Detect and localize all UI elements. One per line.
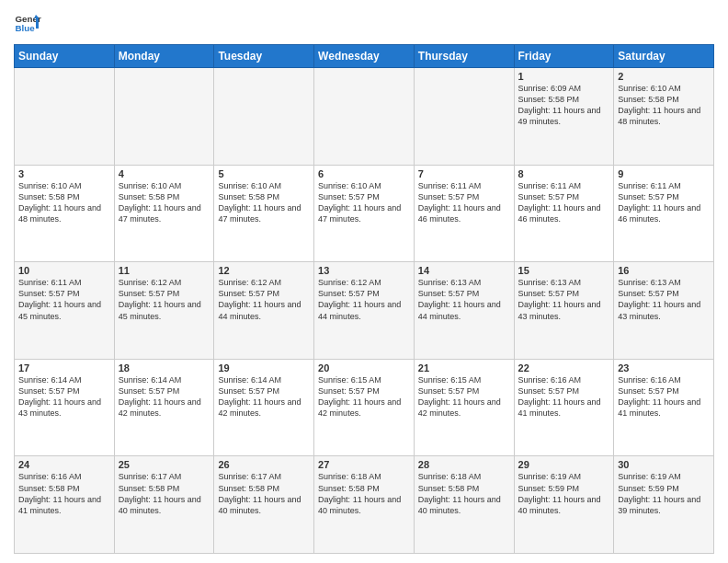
calendar-cell: 5Sunrise: 6:10 AM Sunset: 5:58 PM Daylig… <box>214 165 314 262</box>
calendar-cell <box>314 68 415 166</box>
day-info: Sunrise: 6:11 AM Sunset: 5:57 PM Dayligh… <box>518 180 610 225</box>
day-number: 21 <box>418 362 510 373</box>
calendar-cell: 28Sunrise: 6:18 AM Sunset: 5:58 PM Dayli… <box>414 456 514 554</box>
day-info: Sunrise: 6:19 AM Sunset: 5:59 PM Dayligh… <box>518 471 610 516</box>
calendar-cell: 27Sunrise: 6:18 AM Sunset: 5:58 PM Dayli… <box>314 456 415 554</box>
day-number: 18 <box>119 362 210 373</box>
calendar-cell: 21Sunrise: 6:15 AM Sunset: 5:57 PM Dayli… <box>414 359 514 456</box>
day-info: Sunrise: 6:13 AM Sunset: 5:57 PM Dayligh… <box>618 277 710 322</box>
calendar-cell: 6Sunrise: 6:10 AM Sunset: 5:57 PM Daylig… <box>314 165 415 262</box>
day-info: Sunrise: 6:18 AM Sunset: 5:58 PM Dayligh… <box>418 471 510 516</box>
day-info: Sunrise: 6:18 AM Sunset: 5:58 PM Dayligh… <box>318 471 410 516</box>
calendar-cell <box>214 68 314 166</box>
day-number: 3 <box>18 168 110 179</box>
calendar-cell: 15Sunrise: 6:13 AM Sunset: 5:57 PM Dayli… <box>514 262 614 360</box>
day-number: 23 <box>618 362 710 373</box>
day-number: 12 <box>218 265 310 276</box>
day-info: Sunrise: 6:10 AM Sunset: 5:57 PM Dayligh… <box>318 180 410 225</box>
day-number: 26 <box>218 459 310 470</box>
col-header-tuesday: Tuesday <box>214 45 314 68</box>
day-info: Sunrise: 6:14 AM Sunset: 5:57 PM Dayligh… <box>18 374 110 419</box>
logo: General Blue <box>14 9 41 37</box>
day-number: 30 <box>618 459 710 470</box>
day-info: Sunrise: 6:19 AM Sunset: 5:59 PM Dayligh… <box>618 471 710 516</box>
day-number: 8 <box>518 168 610 179</box>
day-number: 9 <box>618 168 710 179</box>
calendar-cell: 10Sunrise: 6:11 AM Sunset: 5:57 PM Dayli… <box>15 262 115 360</box>
calendar-week-1: 1Sunrise: 6:09 AM Sunset: 5:58 PM Daylig… <box>15 68 714 166</box>
header: General Blue <box>14 9 714 37</box>
calendar-cell: 12Sunrise: 6:12 AM Sunset: 5:57 PM Dayli… <box>214 262 314 360</box>
day-number: 1 <box>518 71 610 82</box>
day-info: Sunrise: 6:17 AM Sunset: 5:58 PM Dayligh… <box>119 471 210 516</box>
calendar-cell: 30Sunrise: 6:19 AM Sunset: 5:59 PM Dayli… <box>614 456 714 554</box>
day-info: Sunrise: 6:13 AM Sunset: 5:57 PM Dayligh… <box>518 277 610 322</box>
day-info: Sunrise: 6:12 AM Sunset: 5:57 PM Dayligh… <box>218 277 310 322</box>
svg-text:Blue: Blue <box>16 23 36 33</box>
calendar-cell: 2Sunrise: 6:10 AM Sunset: 5:58 PM Daylig… <box>614 68 714 166</box>
day-info: Sunrise: 6:10 AM Sunset: 5:58 PM Dayligh… <box>18 180 110 225</box>
day-number: 25 <box>119 459 210 470</box>
day-number: 13 <box>318 265 410 276</box>
calendar-cell: 3Sunrise: 6:10 AM Sunset: 5:58 PM Daylig… <box>15 165 115 262</box>
calendar-week-2: 3Sunrise: 6:10 AM Sunset: 5:58 PM Daylig… <box>15 165 714 262</box>
calendar-cell: 19Sunrise: 6:14 AM Sunset: 5:57 PM Dayli… <box>214 359 314 456</box>
day-number: 7 <box>418 168 510 179</box>
day-info: Sunrise: 6:14 AM Sunset: 5:57 PM Dayligh… <box>218 374 310 419</box>
calendar-week-5: 24Sunrise: 6:16 AM Sunset: 5:58 PM Dayli… <box>15 456 714 554</box>
day-info: Sunrise: 6:11 AM Sunset: 5:57 PM Dayligh… <box>418 180 510 225</box>
calendar-week-3: 10Sunrise: 6:11 AM Sunset: 5:57 PM Dayli… <box>15 262 714 360</box>
calendar-header-row: SundayMondayTuesdayWednesdayThursdayFrid… <box>15 45 714 68</box>
calendar-cell: 7Sunrise: 6:11 AM Sunset: 5:57 PM Daylig… <box>414 165 514 262</box>
day-number: 20 <box>318 362 410 373</box>
day-info: Sunrise: 6:14 AM Sunset: 5:57 PM Dayligh… <box>119 374 210 419</box>
day-info: Sunrise: 6:10 AM Sunset: 5:58 PM Dayligh… <box>618 83 710 128</box>
day-info: Sunrise: 6:13 AM Sunset: 5:57 PM Dayligh… <box>418 277 510 322</box>
calendar-cell: 16Sunrise: 6:13 AM Sunset: 5:57 PM Dayli… <box>614 262 714 360</box>
day-info: Sunrise: 6:15 AM Sunset: 5:57 PM Dayligh… <box>318 374 410 419</box>
logo-icon: General Blue <box>14 9 41 37</box>
page: General Blue SundayMondayTuesdayWednesda… <box>0 0 728 563</box>
calendar-cell: 25Sunrise: 6:17 AM Sunset: 5:58 PM Dayli… <box>114 456 214 554</box>
calendar-cell: 11Sunrise: 6:12 AM Sunset: 5:57 PM Dayli… <box>114 262 214 360</box>
col-header-sunday: Sunday <box>15 45 115 68</box>
day-number: 27 <box>318 459 410 470</box>
calendar-cell: 20Sunrise: 6:15 AM Sunset: 5:57 PM Dayli… <box>314 359 415 456</box>
calendar-cell: 4Sunrise: 6:10 AM Sunset: 5:58 PM Daylig… <box>114 165 214 262</box>
day-number: 14 <box>418 265 510 276</box>
calendar-cell: 26Sunrise: 6:17 AM Sunset: 5:58 PM Dayli… <box>214 456 314 554</box>
day-number: 17 <box>18 362 110 373</box>
calendar-cell <box>414 68 514 166</box>
calendar-week-4: 17Sunrise: 6:14 AM Sunset: 5:57 PM Dayli… <box>15 359 714 456</box>
calendar-cell: 13Sunrise: 6:12 AM Sunset: 5:57 PM Dayli… <box>314 262 415 360</box>
calendar-cell: 1Sunrise: 6:09 AM Sunset: 5:58 PM Daylig… <box>514 68 614 166</box>
day-info: Sunrise: 6:12 AM Sunset: 5:57 PM Dayligh… <box>318 277 410 322</box>
col-header-friday: Friday <box>514 45 614 68</box>
day-number: 11 <box>119 265 210 276</box>
col-header-thursday: Thursday <box>414 45 514 68</box>
day-info: Sunrise: 6:10 AM Sunset: 5:58 PM Dayligh… <box>218 180 310 225</box>
col-header-wednesday: Wednesday <box>314 45 415 68</box>
day-number: 5 <box>218 168 310 179</box>
col-header-saturday: Saturday <box>614 45 714 68</box>
day-number: 29 <box>518 459 610 470</box>
calendar-cell: 9Sunrise: 6:11 AM Sunset: 5:57 PM Daylig… <box>614 165 714 262</box>
calendar-cell: 14Sunrise: 6:13 AM Sunset: 5:57 PM Dayli… <box>414 262 514 360</box>
calendar-cell: 29Sunrise: 6:19 AM Sunset: 5:59 PM Dayli… <box>514 456 614 554</box>
day-number: 6 <box>318 168 410 179</box>
calendar-cell: 8Sunrise: 6:11 AM Sunset: 5:57 PM Daylig… <box>514 165 614 262</box>
calendar-cell: 23Sunrise: 6:16 AM Sunset: 5:57 PM Dayli… <box>614 359 714 456</box>
calendar-cell <box>114 68 214 166</box>
day-info: Sunrise: 6:16 AM Sunset: 5:57 PM Dayligh… <box>618 374 710 419</box>
calendar-cell <box>15 68 115 166</box>
day-number: 15 <box>518 265 610 276</box>
day-info: Sunrise: 6:17 AM Sunset: 5:58 PM Dayligh… <box>218 471 310 516</box>
day-number: 10 <box>18 265 110 276</box>
day-number: 2 <box>618 71 710 82</box>
calendar-table: SundayMondayTuesdayWednesdayThursdayFrid… <box>14 44 714 554</box>
day-number: 28 <box>418 459 510 470</box>
day-number: 16 <box>618 265 710 276</box>
day-info: Sunrise: 6:10 AM Sunset: 5:58 PM Dayligh… <box>119 180 210 225</box>
day-info: Sunrise: 6:11 AM Sunset: 5:57 PM Dayligh… <box>18 277 110 322</box>
day-info: Sunrise: 6:09 AM Sunset: 5:58 PM Dayligh… <box>518 83 610 128</box>
